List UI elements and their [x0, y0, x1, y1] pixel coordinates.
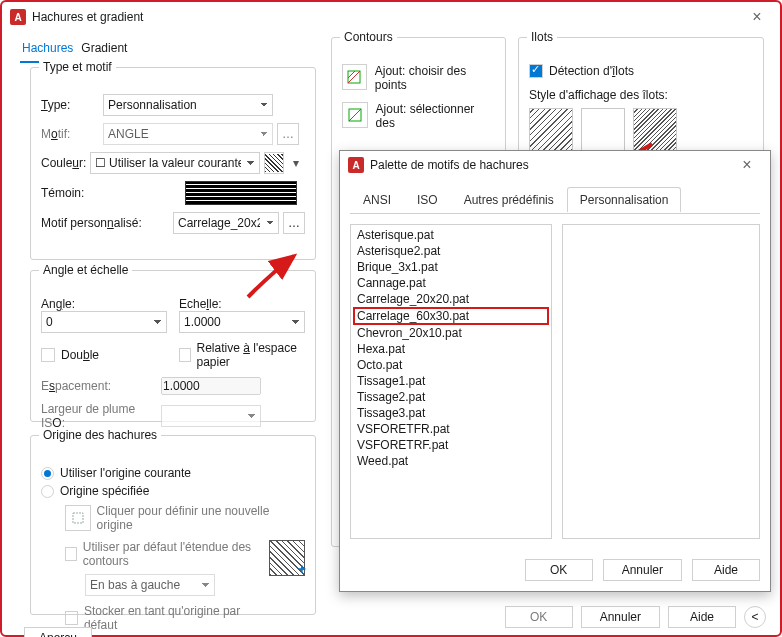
expand-button[interactable]: < — [744, 606, 766, 628]
legend-ilots: Ilots — [527, 30, 557, 44]
close-icon[interactable]: × — [742, 8, 772, 26]
tab-autres[interactable]: Autres prédéfinis — [451, 187, 567, 212]
main-ok-button: OK — [505, 606, 573, 628]
chevron-down-icon[interactable]: ▾ — [288, 152, 305, 174]
checkbox-icon — [65, 611, 78, 625]
dialog-annuler-button[interactable]: Annuler — [603, 559, 682, 581]
pattern-button[interactable] — [264, 152, 284, 174]
list-item[interactable]: Carrelage_20x20.pat — [353, 291, 549, 307]
hatch-select-icon — [347, 107, 363, 123]
select-type[interactable]: Personnalisation — [103, 94, 273, 116]
legend-angle: Angle et échelle — [39, 263, 132, 277]
label-angle: Angle: — [41, 297, 167, 311]
radio-origine-courante[interactable]: Utiliser l'origine courante — [41, 466, 305, 480]
app-icon: A — [348, 157, 364, 173]
label-espacement: Espacement: — [41, 379, 161, 393]
pick-points-button[interactable] — [342, 64, 367, 90]
list-item[interactable]: Chevron_20x10.pat — [353, 325, 549, 341]
label-couleur: Couleur: — [41, 156, 90, 170]
dialog-ok-button[interactable]: OK — [525, 559, 593, 581]
group-origine: Origine des hachures Utiliser l'origine … — [30, 435, 316, 615]
pick-origin-button — [65, 505, 91, 531]
checkbox-double[interactable]: Double — [41, 341, 167, 369]
custom-browse-button[interactable]: … — [283, 212, 305, 234]
group-angle-echelle: Angle et échelle Angle: 0 Echelle: 1.000… — [30, 270, 316, 422]
dialog-title: Palette de motifs de hachures — [370, 158, 732, 172]
window-title: Hachures et gradient — [32, 10, 742, 24]
label-double: Double — [61, 348, 99, 362]
select-custom-pattern[interactable]: Carrelage_20x20 — [173, 212, 279, 234]
legend-type: Type et motif — [39, 60, 116, 74]
main-aide-button[interactable]: Aide — [668, 606, 736, 628]
dialog-close-icon[interactable]: × — [732, 156, 762, 174]
legend-origine: Origine des hachures — [39, 428, 161, 442]
list-item[interactable]: Tissage1.pat — [353, 373, 549, 389]
app-icon: A — [10, 9, 26, 25]
checkbox-icon — [41, 348, 55, 362]
label-type: Type: — [41, 98, 103, 112]
radio-off-icon — [41, 485, 54, 498]
origin-preview-icon: + — [269, 540, 305, 576]
tab-ansi[interactable]: ANSI — [350, 187, 404, 212]
label-detection: Détection d'îlots — [549, 64, 634, 78]
diagonal-hatch-icon — [265, 154, 283, 172]
label-temoin: Témoin: — [41, 186, 103, 200]
main-annuler-button[interactable]: Annuler — [581, 606, 660, 628]
svg-rect-0 — [73, 513, 83, 523]
select-couleur[interactable]: ☐ Utiliser la valeur courante — [90, 152, 260, 174]
label-pick-points: Ajout: choisir des points — [375, 64, 495, 92]
list-item[interactable]: Cannage.pat — [353, 275, 549, 291]
select-objects-button[interactable] — [342, 102, 368, 128]
tab-iso[interactable]: ISO — [404, 187, 451, 212]
input-espacement — [161, 377, 261, 395]
list-item[interactable]: Asterisque.pat — [353, 227, 549, 243]
label-motif: Motif: — [41, 127, 103, 141]
group-type-motif: Type et motif Type: Personnalisation Mot… — [30, 67, 316, 260]
legend-contours: Contours — [340, 30, 397, 44]
target-icon — [71, 511, 85, 525]
select-position: En bas à gauche — [85, 574, 215, 596]
label-custom-pattern: Motif personnalisé: — [41, 216, 173, 230]
dialog-aide-button[interactable]: Aide — [692, 559, 760, 581]
list-item[interactable]: Hexa.pat — [353, 341, 549, 357]
list-item[interactable]: Weed.pat — [353, 453, 549, 469]
select-largeur — [161, 405, 261, 427]
select-motif: ANGLE — [103, 123, 273, 145]
label-select-objects: Ajout: sélectionner des — [376, 102, 495, 130]
main-titlebar: A Hachures et gradient × — [2, 2, 780, 32]
list-item[interactable]: VSFORETRF.pat — [353, 437, 549, 453]
select-echelle[interactable]: 1.0000 — [179, 311, 305, 333]
checkbox-checked-icon — [529, 64, 543, 78]
dialog-palette-motifs: A Palette de motifs de hachures × ANSI I… — [339, 150, 771, 592]
pattern-list[interactable]: Asterisque.patAsterisque2.patBrique_3x1.… — [350, 224, 552, 539]
list-item[interactable]: VSFORETFR.pat — [353, 421, 549, 437]
list-item[interactable]: Brique_3x1.pat — [353, 259, 549, 275]
select-angle[interactable]: 0 — [41, 311, 167, 333]
motif-browse-button: … — [277, 123, 299, 145]
checkbox-relative[interactable]: Relative à l'espace papier — [179, 341, 305, 369]
swatch-preview[interactable] — [185, 181, 297, 205]
list-item[interactable]: Tissage2.pat — [353, 389, 549, 405]
radio-origine-specifiee[interactable]: Origine spécifiée — [41, 484, 305, 498]
label-click-origin: Cliquer pour définir une nouvelle origin… — [97, 504, 305, 532]
radio-on-icon — [41, 467, 54, 480]
list-item[interactable]: Asterisque2.pat — [353, 243, 549, 259]
label-largeur: Largeur de plume ISO: — [41, 402, 161, 430]
tab-personnalisation[interactable]: Personnalisation — [567, 187, 682, 212]
apercu-button[interactable]: Aperçu — [24, 627, 92, 637]
label-style-ilots: Style d'affichage des îlots: — [529, 88, 753, 102]
checkbox-detection-ilots[interactable]: Détection d'îlots — [529, 64, 753, 78]
checkbox-icon — [65, 547, 77, 561]
list-item[interactable]: Tissage3.pat — [353, 405, 549, 421]
label-utiliser-etendue: Utiliser par défaut l'étendue des contou… — [83, 540, 259, 568]
svg-line-5 — [349, 109, 361, 121]
hatch-pick-icon — [346, 69, 362, 85]
svg-line-2 — [348, 71, 360, 83]
list-item[interactable]: Octo.pat — [353, 357, 549, 373]
label-stocker: Stocker en tant qu'origine par défaut — [84, 604, 259, 632]
checkbox-icon — [179, 348, 191, 362]
label-relative: Relative à l'espace papier — [197, 341, 306, 369]
list-item[interactable]: Carrelage_60x30.pat — [353, 307, 549, 325]
label-echelle: Echelle: — [179, 297, 305, 311]
pattern-preview — [562, 224, 760, 539]
